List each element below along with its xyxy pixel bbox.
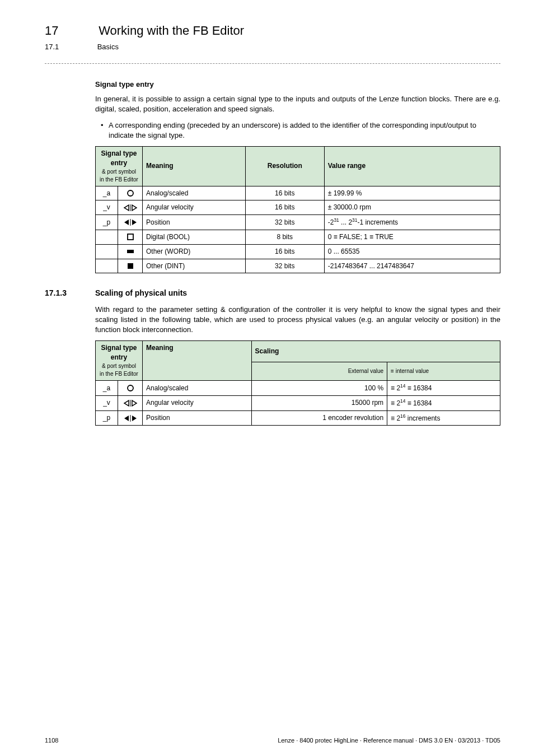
t1-r5-res: 32 bits bbox=[245, 259, 324, 273]
t1-r0-res: 16 bits bbox=[245, 186, 324, 200]
t2-r1-int: ≡ 214 ≡ 16384 bbox=[387, 395, 500, 410]
t1-r2-sym: _p bbox=[96, 215, 118, 230]
t1-r3-range: 0 ≡ FALSE; 1 ≡ TRUE bbox=[324, 230, 500, 244]
table-row: Digital (BOOL) 8 bits 0 ≡ FALSE; 1 ≡ TRU… bbox=[96, 230, 500, 244]
t2-r1-sym: _v bbox=[96, 395, 118, 410]
t1-r0-sym: _a bbox=[96, 186, 118, 200]
bullet-marker: • bbox=[101, 120, 109, 141]
t1-r2-res: 32 bits bbox=[245, 215, 324, 230]
section-paragraph: With regard to the parameter setting & c… bbox=[95, 305, 500, 335]
bullet-text: A corresponding ending (preceded by an u… bbox=[109, 120, 500, 141]
t2-r0-sym: _a bbox=[96, 381, 118, 396]
t1-r4-res: 16 bits bbox=[245, 244, 324, 259]
section-number: 17.1.3 bbox=[45, 288, 95, 299]
circle-icon bbox=[118, 186, 143, 200]
t2-h3a: External value bbox=[251, 362, 387, 380]
t1-r2-range: -231 ... 231-1 increments bbox=[324, 215, 500, 230]
svg-marker-6 bbox=[132, 220, 137, 225]
t2-r2-ext: 1 encoder revolution bbox=[251, 410, 387, 426]
t1-r0-mean: Analog/scaled bbox=[143, 186, 246, 200]
t1-h2: Meaning bbox=[143, 146, 246, 186]
t1-r5-sym bbox=[96, 259, 118, 273]
t1-r3-mean: Digital (BOOL) bbox=[143, 230, 246, 244]
table-row: _a Analog/scaled 100 % ≡ 214 ≡ 16384 bbox=[96, 381, 500, 396]
t1-h1-text: Signal type entry bbox=[101, 150, 137, 167]
bullet-item: • A corresponding ending (preceded by an… bbox=[95, 120, 500, 141]
table-row: Other (DINT) 32 bits -2147483647 ... 214… bbox=[96, 259, 500, 273]
t2-r2-int: ≡ 216 increments bbox=[387, 410, 500, 426]
subheading-row: 17.1 Basics bbox=[45, 42, 500, 52]
t2-h3: Scaling bbox=[251, 341, 500, 362]
triangle-filled-pair-icon bbox=[118, 410, 143, 426]
square-filled-icon bbox=[118, 259, 143, 273]
signal-type-paragraph: In general, it is possible to assign a c… bbox=[95, 94, 500, 114]
t1-h1-sub: & port symbol in the FB Editor bbox=[99, 168, 139, 184]
t1-r4-mean: Other (WORD) bbox=[143, 244, 246, 259]
divider bbox=[45, 63, 500, 64]
section-title: Scaling of physical units bbox=[95, 288, 187, 299]
svg-marker-3 bbox=[132, 205, 137, 211]
t2-r1-mean: Angular velocity bbox=[143, 395, 252, 410]
t1-h4: Value range bbox=[324, 146, 500, 186]
t2-r2-mean: Position bbox=[143, 410, 252, 426]
t1-r5-range: -2147483647 ... 2147483647 bbox=[324, 259, 500, 273]
t1-r1-mean: Angular velocity bbox=[143, 200, 246, 215]
t1-r3-res: 8 bits bbox=[245, 230, 324, 244]
table-row: _p Position 32 bits -231 ... 231-1 incre… bbox=[96, 215, 500, 230]
svg-rect-8 bbox=[127, 250, 134, 253]
table-row: _v Angular velocity 15000 rpm ≡ 214 ≡ 16… bbox=[96, 395, 500, 410]
t2-h1: Signal type entry & port symbol in the F… bbox=[96, 341, 143, 381]
section-heading-row: 17.1.3 Scaling of physical units bbox=[45, 288, 500, 299]
t1-r2-mean: Position bbox=[143, 215, 246, 230]
svg-marker-14 bbox=[124, 416, 129, 421]
square-outline-icon bbox=[118, 230, 143, 244]
triangle-outline-pair-icon bbox=[118, 395, 143, 410]
t2-r2-sym: _p bbox=[96, 410, 118, 426]
t2-r1-ext: 15000 rpm bbox=[251, 395, 387, 410]
rect-small-filled-icon bbox=[118, 244, 143, 259]
t1-r0-range: ± 199.99 % bbox=[324, 186, 500, 200]
t1-h1: Signal type entry & port symbol in the F… bbox=[96, 146, 143, 186]
t1-r5-mean: Other (DINT) bbox=[143, 259, 246, 273]
t2-r0-ext: 100 % bbox=[251, 381, 387, 396]
circle-icon bbox=[118, 381, 143, 396]
t1-r3-sym bbox=[96, 230, 118, 244]
table-row: _p Position 1 encoder revolution ≡ 216 i… bbox=[96, 410, 500, 426]
t1-r4-sym bbox=[96, 244, 118, 259]
t1-r1-sym: _v bbox=[96, 200, 118, 215]
scaling-table: Signal type entry & port symbol in the F… bbox=[95, 340, 500, 426]
chapter-title: Working with the FB Editor bbox=[99, 24, 244, 38]
svg-marker-11 bbox=[124, 400, 129, 406]
chapter-heading: 17 Working with the FB Editor bbox=[45, 22, 500, 40]
triangle-filled-pair-icon bbox=[118, 215, 143, 230]
svg-marker-13 bbox=[132, 400, 137, 406]
svg-point-10 bbox=[128, 385, 133, 391]
sub-title: Basics bbox=[97, 43, 119, 51]
table-row: Other (WORD) 16 bits 0 ... 65535 bbox=[96, 244, 500, 259]
t1-r4-range: 0 ... 65535 bbox=[324, 244, 500, 259]
svg-point-0 bbox=[128, 190, 133, 196]
svg-rect-7 bbox=[128, 234, 133, 240]
svg-rect-9 bbox=[128, 263, 133, 269]
t2-h1-sub: & port symbol in the FB Editor bbox=[99, 362, 139, 378]
svg-marker-4 bbox=[124, 220, 129, 225]
t2-h3b: ≡ internal value bbox=[387, 362, 500, 380]
svg-marker-1 bbox=[124, 205, 129, 211]
table-row: _v Angular velocity 16 bits ± 30000.0 rp… bbox=[96, 200, 500, 215]
t2-h2: Meaning bbox=[143, 341, 252, 381]
sub-number: 17.1 bbox=[45, 42, 95, 52]
svg-marker-16 bbox=[132, 416, 137, 421]
signal-type-heading: Signal type entry bbox=[95, 80, 500, 90]
t1-r1-res: 16 bits bbox=[245, 200, 324, 215]
t1-h3: Resolution bbox=[245, 146, 324, 186]
t2-r0-int: ≡ 214 ≡ 16384 bbox=[387, 381, 500, 396]
triangle-outline-pair-icon bbox=[118, 200, 143, 215]
chapter-number: 17 bbox=[45, 22, 95, 40]
t2-h1-text: Signal type entry bbox=[101, 344, 137, 361]
t1-r1-range: ± 30000.0 rpm bbox=[324, 200, 500, 215]
signal-type-table: Signal type entry & port symbol in the F… bbox=[95, 146, 500, 273]
table-row: _a Analog/scaled 16 bits ± 199.99 % bbox=[96, 186, 500, 200]
t2-r0-mean: Analog/scaled bbox=[143, 381, 252, 396]
